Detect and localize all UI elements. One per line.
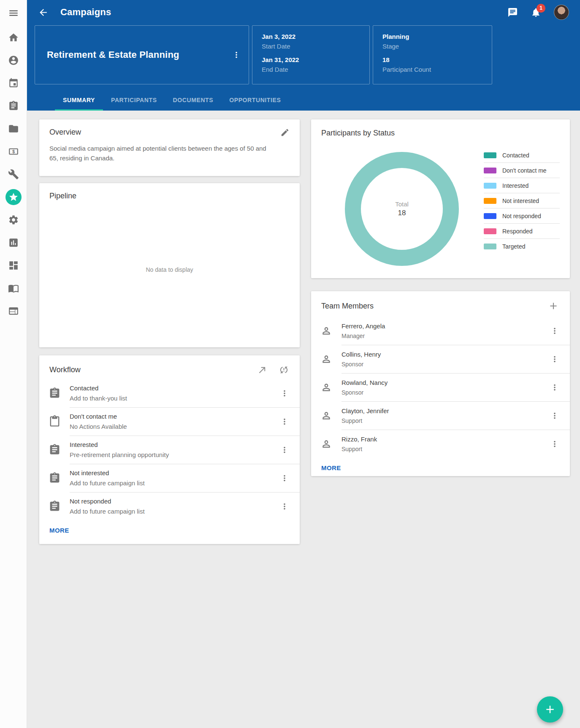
top-app-bar: Campaigns 1 [27,0,580,24]
member-name: Ferrero, Angela [341,322,546,330]
plus-icon [544,703,556,716]
team-member-row[interactable]: Rizzo, Frank Support [311,430,570,458]
legend-swatch-not-interested [484,198,496,204]
team-member-row[interactable]: Ferrero, Angela Manager [311,317,570,345]
more-vert-icon [232,50,241,60]
sidebar-item-cards[interactable] [0,300,27,322]
sidebar-item-documents[interactable] [0,117,27,140]
legend-swatch-dont-contact [484,168,496,173]
chart-legend: Contacted Don't contact me Interested [484,148,560,266]
edit-overview-button[interactable] [280,128,290,137]
hamburger-menu-icon[interactable] [0,0,27,26]
team-members-title: Team Members [321,302,374,311]
person-icon [321,325,332,336]
user-avatar[interactable] [554,5,569,20]
arrow-back-icon [38,7,49,18]
member-menu-button[interactable] [546,383,570,392]
stage-value: Planning [382,33,492,40]
notifications-button[interactable]: 1 [531,7,541,18]
workflow-item[interactable]: Don't contact me No Actions Available [39,407,300,436]
chat-icon [507,7,518,18]
workflow-item-menu-button[interactable] [276,502,300,511]
legend-swatch-interested [484,183,496,189]
sidebar-item-tools[interactable] [0,163,27,186]
campaigns-star-icon [8,192,19,202]
team-member-row[interactable]: Clayton, Jennifer Support [311,401,570,430]
campaign-menu-button[interactable] [232,50,241,60]
workflow-item-menu-button[interactable] [276,445,300,455]
workflow-sync-problem-button[interactable] [279,365,289,375]
legend-item: Not interested [484,193,560,208]
team-members-list: Ferrero, Angela Manager Collins, Henry S… [311,317,570,458]
sidebar-item-reports[interactable] [0,231,27,254]
notification-badge: 1 [537,4,545,13]
member-menu-button[interactable] [546,326,570,336]
team-member-row[interactable]: Rowland, Nancy Sponsor [311,373,570,401]
workflow-item-menu-button[interactable] [276,389,300,398]
tab-opportunities[interactable]: OPPORTUNITIES [221,90,289,111]
money-icon: $ [8,146,19,157]
sidebar-item-calendar[interactable] [0,72,27,95]
workflow-status: Interested [70,441,276,448]
member-menu-button[interactable] [546,355,570,364]
sidebar-item-tasks[interactable] [0,95,27,117]
workflow-open-button[interactable] [257,365,267,375]
participants-by-status-card: Participants by Status Total 18 [311,119,570,278]
member-menu-button[interactable] [546,439,570,449]
page-header: Campaigns 1 Retirement & Estate Planning [27,0,580,111]
sidebar-item-contacts[interactable] [0,49,27,72]
person-icon [321,382,332,393]
team-member-row[interactable]: Collins, Henry Sponsor [311,345,570,373]
clipboard-empty-icon [49,415,61,428]
workflow-action: Add to future campaign list [70,479,276,487]
sidebar-item-home[interactable] [0,26,27,49]
add-fab-button[interactable] [537,696,563,723]
reports-icon [8,237,19,248]
clipboard-filled-icon [49,387,61,399]
sidebar-item-dashboard[interactable] [0,254,27,277]
tab-documents[interactable]: DOCUMENTS [165,90,222,111]
end-date-value: Jan 31, 2022 [262,56,369,63]
workflow-card: Workflow Contacted [39,355,300,544]
workflow-list: Contacted Add to thank-you list Don't co… [39,379,300,520]
workflow-status: Contacted [70,384,276,392]
more-vert-icon [550,439,559,449]
workflow-more-link[interactable]: MORE [49,527,69,534]
workflow-item[interactable]: Interested Pre-retirement planning oppor… [39,436,300,464]
tab-summary[interactable]: SUMMARY [55,90,103,111]
page-title: Campaigns [60,7,111,18]
launch-arrow-icon [257,365,267,375]
back-button[interactable] [38,7,49,18]
member-menu-button[interactable] [546,411,570,420]
campaign-summary-cards: Retirement & Estate Planning Jan 3, 2022… [35,25,580,84]
workflow-item-menu-button[interactable] [276,474,300,483]
legend-swatch-not-responded [484,213,496,219]
start-date-label: Start Date [262,43,369,50]
person-icon [321,410,332,421]
more-vert-icon [550,383,559,392]
add-team-member-button[interactable] [548,300,559,311]
person-icon [321,354,332,365]
team-more-link[interactable]: MORE [321,464,341,471]
member-role: Support [341,417,546,424]
workflow-status: Don't contact me [70,413,276,420]
more-vert-icon [550,326,559,336]
campaign-dates-card: Jan 3, 2022 Start Date Jan 31, 2022 End … [252,25,370,84]
sidebar-item-campaigns-active[interactable] [0,186,27,208]
workflow-status: Not interested [70,469,276,476]
chat-button[interactable] [507,7,518,18]
contacts-icon [8,55,19,66]
sidebar-item-accounts[interactable]: $ [0,140,27,163]
sidebar-item-knowledge[interactable] [0,277,27,300]
participants-donut-chart: Total 18 [345,152,459,266]
sidebar-item-settings[interactable] [0,208,27,231]
workflow-item[interactable]: Not interested Add to future campaign li… [39,464,300,492]
workflow-item-menu-button[interactable] [276,417,300,426]
more-vert-icon [280,417,289,426]
tab-participants[interactable]: PARTICIPANTS [103,90,165,111]
workflow-item[interactable]: Not responded Add to future campaign lis… [39,492,300,520]
donut-total-value: 18 [398,209,406,217]
legend-item: Contacted [484,148,560,163]
person-icon [321,438,332,449]
workflow-item[interactable]: Contacted Add to thank-you list [39,379,300,407]
